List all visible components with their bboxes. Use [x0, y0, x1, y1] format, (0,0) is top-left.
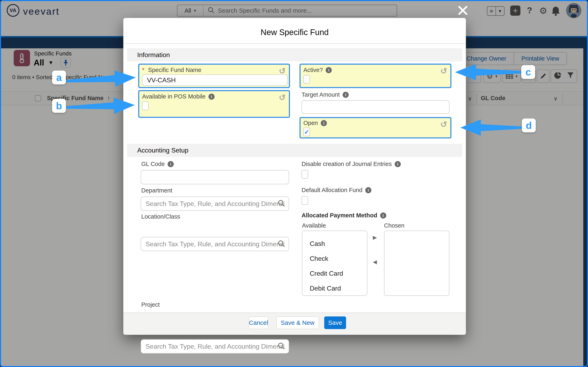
- apm-chosen-listbox[interactable]: [384, 231, 449, 296]
- search-icon: [278, 240, 285, 248]
- field-target-amount-label: Target Amount i: [302, 91, 349, 98]
- open-checkbox[interactable]: ✓: [303, 128, 310, 136]
- apm-chosen-label: Chosen: [384, 222, 405, 229]
- specific-fund-name-input[interactable]: [142, 75, 288, 86]
- field-available-in-pos-mobile: Available in POS Mobile i ↺: [138, 90, 290, 118]
- apm-option[interactable]: Credit Card: [302, 266, 367, 281]
- apm-available-listbox[interactable]: Cash Check Credit Card Debit Card: [302, 231, 367, 296]
- field-label: Open: [303, 120, 318, 126]
- save-button[interactable]: Save: [324, 317, 346, 329]
- annotation-badge-b: b: [52, 99, 66, 113]
- apm-option[interactable]: Cash: [302, 236, 367, 251]
- field-allocated-payment-method-label: Allocated Payment Method i: [302, 212, 386, 219]
- info-icon[interactable]: i: [395, 161, 401, 167]
- annotation-badge-c: c: [521, 65, 535, 79]
- modal-footer: Cancel Save & New Save: [123, 313, 466, 335]
- field-specific-fund-name: * Specific Fund Name ↺: [138, 64, 290, 88]
- info-icon[interactable]: i: [168, 161, 174, 167]
- save-and-new-button[interactable]: Save & New: [276, 317, 319, 329]
- field-label: Available in POS Mobile: [142, 93, 206, 100]
- undo-icon[interactable]: ↺: [440, 66, 447, 76]
- info-icon[interactable]: i: [326, 67, 332, 73]
- cancel-button[interactable]: Cancel: [249, 317, 268, 329]
- field-label: Specific Fund Name: [148, 67, 201, 73]
- field-active: Active? i ↺: [300, 64, 451, 88]
- field-open: Open i ↺ ✓: [300, 117, 451, 138]
- target-amount-input[interactable]: [302, 100, 450, 114]
- field-department-label: Department: [141, 187, 172, 194]
- new-specific-fund-modal: New Specific Fund Information * Specific…: [123, 18, 466, 335]
- disable-journal-entries-checkbox[interactable]: [302, 170, 308, 179]
- apm-option[interactable]: Check: [302, 251, 367, 266]
- apm-available-label: Available: [302, 222, 326, 229]
- annotation-arrow-b: [66, 96, 135, 116]
- apm-option[interactable]: Debit Card: [302, 281, 367, 296]
- required-asterisk: *: [142, 67, 144, 73]
- info-icon[interactable]: i: [321, 120, 327, 126]
- annotation-badge-d: d: [522, 118, 536, 132]
- pos-mobile-checkbox[interactable]: [142, 101, 149, 110]
- field-gl-code-label: GL Code i: [141, 161, 174, 167]
- modal-header-divider: [123, 43, 466, 44]
- default-allocation-fund-checkbox[interactable]: [302, 196, 308, 205]
- undo-icon[interactable]: ↺: [279, 93, 286, 102]
- undo-icon[interactable]: ↺: [440, 120, 447, 129]
- close-modal-icon[interactable]: [458, 5, 468, 17]
- info-icon[interactable]: i: [343, 92, 349, 98]
- move-to-chosen-icon[interactable]: ▸: [373, 233, 377, 242]
- location-class-lookup-input[interactable]: [141, 237, 289, 251]
- info-icon[interactable]: i: [380, 212, 386, 218]
- annotation-arrow-d: [460, 119, 522, 136]
- section-information: Information: [127, 48, 462, 61]
- info-icon[interactable]: i: [208, 94, 215, 100]
- annotation-arrow-a: [66, 69, 136, 90]
- modal-title: New Specific Fund: [123, 28, 466, 37]
- gl-code-input[interactable]: [141, 170, 289, 184]
- section-accounting-setup: Accounting Setup: [127, 144, 462, 157]
- move-to-available-icon[interactable]: ◂: [373, 257, 377, 266]
- active-checkbox[interactable]: [303, 75, 310, 83]
- field-disable-journal-entries-label: Disable creation of Journal Entries i: [302, 161, 401, 167]
- department-lookup-input[interactable]: [141, 197, 289, 211]
- app-window: VA veevart All ▾ ★ ▾ + ? ⚙ Vee: [0, 0, 588, 367]
- info-icon[interactable]: i: [365, 187, 371, 193]
- project-lookup-input[interactable]: [141, 339, 289, 354]
- field-default-allocation-fund-label: Default Allocation Fund i: [302, 187, 371, 193]
- annotation-arrow-c: [455, 64, 522, 81]
- search-icon: [278, 342, 285, 350]
- search-icon: [278, 200, 285, 208]
- field-location-class-label: Location/Class: [141, 213, 180, 220]
- field-project-label: Project: [141, 301, 160, 308]
- field-label: Active?: [303, 67, 323, 73]
- annotation-badge-a: a: [52, 71, 66, 84]
